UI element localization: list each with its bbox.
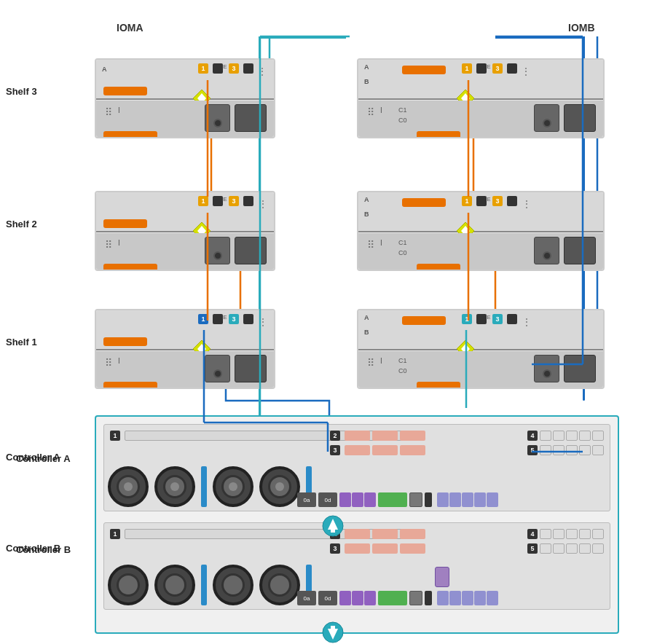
shelf2-right: A B 40E : 1 3 ⋮ C1 C0 ⠿ I	[357, 191, 605, 271]
controller-arrow-down	[322, 621, 344, 644]
shelf2-left-port1: 1	[198, 196, 208, 206]
iomb-label: IOMB	[568, 22, 595, 34]
shelf3-right: A B 40E : 1 3 ⋮ C1 C0 ⠿ I	[357, 58, 605, 138]
ioma-line-top	[259, 36, 346, 39]
controller-a-label-outside: Controller A	[6, 452, 60, 463]
shelf3-left-port3: 3	[229, 63, 239, 74]
shelf3-right-port3: 3	[492, 63, 503, 74]
shelf2-right-port1: 1	[462, 196, 472, 206]
shelf3-right-port1: 1	[462, 63, 472, 74]
shelf1-right-port3: 3	[492, 314, 503, 324]
shelf1-left-port1: 1	[198, 314, 208, 324]
ioma-label: IOMA	[117, 22, 143, 34]
controller-b-label-outside: Controller B	[6, 543, 60, 554]
shelf1-right: A B 40E : 1 3 ⋮ C1 C0 ⠿ I	[357, 309, 605, 389]
shelf3-left: 40E : 1 3 ⋮ A ⠿ I	[95, 58, 275, 138]
svg-rect-27	[331, 528, 335, 533]
shelf1-label: Shelf 1	[6, 337, 37, 347]
shelf1-left: 40E : 1 3 ⋮ ⠿ I	[95, 309, 275, 389]
main-container: IOMA IOMB Shelf 3 40E : 1 3 ⋮ A	[0, 0, 649, 644]
shelf2-left-port3: 3	[229, 196, 239, 206]
controller-section: Controller A Controller B 1 2 3 4	[95, 415, 619, 634]
shelf3-left-port1: 1	[198, 63, 208, 74]
iomb-line-top	[495, 36, 585, 39]
shelf1-right-port1: 1	[462, 314, 472, 324]
shelf1-left-port3: 3	[229, 314, 239, 324]
svg-rect-30	[331, 626, 335, 630]
shelf2-label: Shelf 2	[6, 219, 37, 229]
shelf3-label: Shelf 3	[6, 86, 37, 97]
shelf2-right-port3: 3	[492, 196, 503, 206]
shelf2-left: 40E : 1 3 ⋮ ⠿ I	[95, 191, 275, 271]
svg-rect-0	[101, 34, 274, 44]
controller-arrow-up	[322, 515, 344, 539]
